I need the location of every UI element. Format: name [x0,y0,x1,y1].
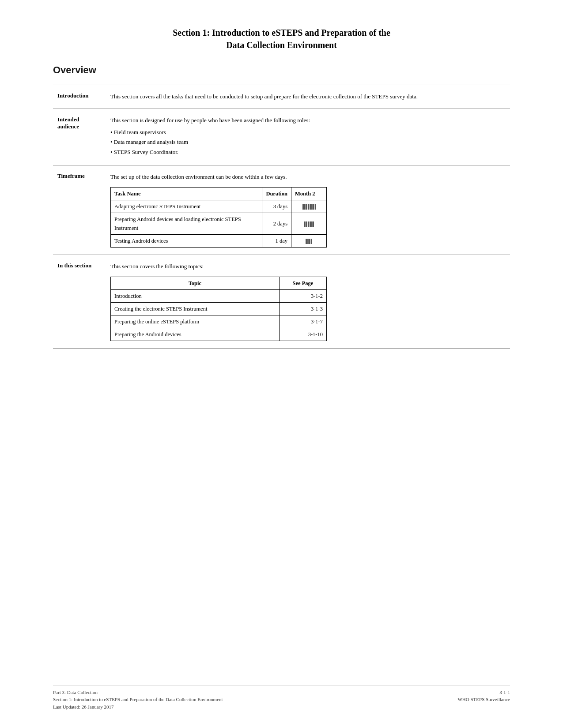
footer-left: Part 3: Data Collection Section 1: Intro… [53,689,223,711]
in-this-section-label: In this section [53,255,106,348]
see-page-header: See Page [279,277,326,289]
bullet-3: STEPS Survey Coordinator. [110,148,506,157]
timeframe-text: The set up of the data collection enviro… [110,173,506,182]
task-text-2: Preparing Android devices and loading el… [114,216,241,231]
footer-page-number: 3-1-1 [457,689,510,696]
gantt-2 [291,213,327,234]
footer-right: 3-1-1 WHO STEPS Surveillance [457,689,510,711]
task-row-2: Preparing Android devices and loading el… [111,213,327,234]
duration-2: 2 days [262,213,291,234]
task-row-1: Adapting electronic STEPS Instrument 3 d… [111,200,327,213]
topics-header-row: Topic See Page [111,277,327,289]
duration-1: 3 days [262,200,291,213]
bullet-1: Field team supervisors [110,128,506,137]
footer-section: Section 1: Introduction to eSTEPS and Pr… [53,696,223,703]
introduction-content: This section covers all the tasks that n… [106,85,510,109]
month2-header: Month 2 [291,187,327,200]
introduction-text: This section covers all the tasks that n… [110,93,418,100]
task-table: Task Name Duration Month 2 Adapting elec… [110,187,327,248]
topics-table: Topic See Page Introduction 3-1-2 Creati… [110,277,327,341]
gantt-bar-3 [306,239,313,244]
timeframe-content: The set up of the data collection enviro… [106,165,510,255]
timeframe-label: Timeframe [53,165,106,255]
topic-row-4: Preparing the Android devices 3-1-10 [111,328,327,341]
bullet-2: Data manager and analysis team [110,138,506,147]
page-4: 3-1-10 [279,328,326,341]
in-this-section-text: This section covers the following topics… [110,262,506,271]
introduction-row: Introduction This section covers all the… [53,85,510,109]
intended-audience-content: This section is designed for use by peop… [106,109,510,165]
footer-date: Last Updated: 26 January 2017 [53,703,223,711]
task-table-header-row: Task Name Duration Month 2 [111,187,327,200]
topic-row-2: Creating the electronic STEPS Instrument… [111,302,327,315]
task-name-3: Testing Android devices [111,234,262,247]
task-name-1: Adapting electronic STEPS Instrument [111,200,262,213]
task-name-2: Preparing Android devices and loading el… [111,213,262,234]
intended-audience-row: Intended audience This section is design… [53,109,510,165]
introduction-label: Introduction [53,85,106,109]
duration-header: Duration [262,187,291,200]
audience-intro: This section is designed for use by peop… [110,116,506,125]
topic-2: Creating the electronic STEPS Instrument [111,302,280,315]
topic-header: Topic [111,277,280,289]
footer-part: Part 3: Data Collection [53,689,223,696]
in-this-section-row: In this section This section covers the … [53,255,510,348]
topic-row-1: Introduction 3-1-2 [111,289,327,302]
title-line1: Section 1: Introduction to eSTEPS and Pr… [53,26,510,39]
footer-who: WHO STEPS Surveillance [457,696,510,703]
topic-3: Preparing the online eSTEPS platform [111,315,280,328]
in-this-section-label-text: In this section [57,262,102,269]
gantt-1 [291,200,327,213]
gantt-bar-2 [304,221,314,227]
overview-table: Introduction This section covers all the… [53,85,510,349]
topic-row-3: Preparing the online eSTEPS platform 3-1… [111,315,327,328]
topic-4: Preparing the Android devices [111,328,280,341]
overview-heading: Overview [53,64,510,76]
task-row-3: Testing Android devices 1 day [111,234,327,247]
gantt-3 [291,234,327,247]
intended-audience-label: Intended audience [53,109,106,165]
in-this-section-content: This section covers the following topics… [106,255,510,348]
gantt-bar-1 [302,204,316,210]
task-name-header: Task Name [111,187,262,200]
page-title: Section 1: Introduction to eSTEPS and Pr… [53,26,510,51]
duration-3: 1 day [262,234,291,247]
timeframe-row: Timeframe The set up of the data collect… [53,165,510,255]
footer: Part 3: Data Collection Section 1: Intro… [53,686,510,711]
title-line2: Data Collection Environment [53,39,510,51]
audience-bullets: Field team supervisors Data manager and … [110,128,506,157]
page-3: 3-1-7 [279,315,326,328]
page-1: 3-1-2 [279,289,326,302]
topic-1: Introduction [111,289,280,302]
page-2: 3-1-3 [279,302,326,315]
